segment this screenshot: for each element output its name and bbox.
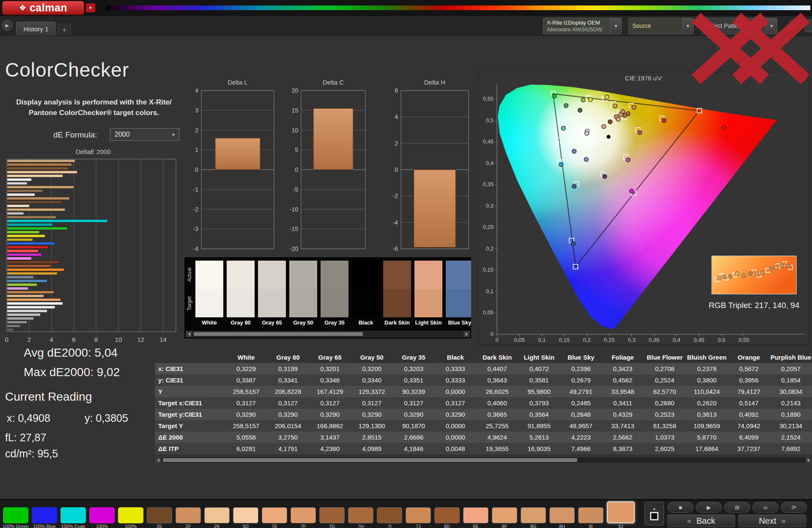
back-button[interactable]: « Back <box>667 514 735 527</box>
calman-logo[interactable]: ❖ calman <box>2 1 84 15</box>
scroll-left-icon[interactable] <box>186 331 192 337</box>
chip-color[interactable] <box>204 507 230 523</box>
chip-color[interactable] <box>118 507 143 523</box>
stop-button[interactable]: ■ <box>667 502 694 513</box>
chip-label: 100% Green <box>3 524 29 528</box>
swatch-scrollbar[interactable] <box>186 331 470 337</box>
svg-text:0,1: 0,1 <box>538 337 546 343</box>
pattern-chip[interactable]: 7I <box>376 507 403 528</box>
pattern-chip[interactable]: 7G <box>319 507 345 528</box>
pattern-chip[interactable]: 7J <box>405 507 431 528</box>
meter-dropdown[interactable]: X-Rite i1Display OEM Alienware AW3425DW … <box>543 18 622 34</box>
table-cell: 0,2708 <box>644 363 686 374</box>
pattern-chip[interactable]: 8D <box>434 507 460 528</box>
deltae-chart-title: DeltaE 2000 <box>8 148 178 155</box>
chip-color[interactable] <box>607 501 635 523</box>
pattern-chip[interactable]: 100% Yellow <box>118 507 144 528</box>
deltae-bar <box>7 234 45 237</box>
scroll-right-icon[interactable] <box>464 331 469 337</box>
table-cell: 2,8515 <box>351 432 393 443</box>
pattern-chip[interactable]: 100% Green <box>3 507 29 528</box>
delta-h-title: Delta H <box>386 79 472 87</box>
pattern-chip[interactable]: 2E <box>146 507 173 528</box>
cie-measured-point <box>608 120 612 124</box>
chip-color[interactable] <box>463 507 488 523</box>
pattern-chip[interactable]: 2K <box>204 507 230 528</box>
inset-measured-point <box>735 272 739 275</box>
de-formula-select[interactable]: 2000 ▼ <box>110 128 179 141</box>
chip-color[interactable] <box>578 507 604 523</box>
colorchecker-swatch: Gray 50 <box>289 261 317 326</box>
cie-measured-point <box>626 158 630 162</box>
refresh-measure-button[interactable]: ⟳ <box>781 502 807 513</box>
chip-color[interactable] <box>60 507 86 523</box>
table-cell: 0,0000 <box>435 420 477 432</box>
chip-color[interactable] <box>319 507 345 523</box>
chip-color[interactable] <box>521 507 546 523</box>
chip-label: 7H <box>358 524 364 528</box>
play-icon: ▶ <box>5 23 9 28</box>
pattern-chip[interactable]: 8F <box>491 507 518 528</box>
chip-color[interactable] <box>377 507 402 523</box>
deltae-bar <box>7 261 60 263</box>
main-menu-button[interactable]: ▼ <box>86 3 95 12</box>
tab-scroll-button[interactable]: ▶ <box>2 20 13 31</box>
pattern-window-button[interactable]: ▲ <box>645 502 664 525</box>
chip-color[interactable] <box>549 507 575 523</box>
source-dropdown[interactable]: Source ▼ <box>628 18 694 34</box>
edge-button[interactable] <box>804 19 812 32</box>
continuous-button[interactable]: ∞ <box>752 502 779 513</box>
column-header: Dark Skin <box>476 351 518 363</box>
source-label: Source <box>632 19 679 32</box>
chip-color[interactable] <box>434 507 460 523</box>
chip-color[interactable] <box>233 507 258 523</box>
table-cell: 1,0373 <box>644 432 686 443</box>
refresh-button[interactable]: ⟳ <box>788 19 801 32</box>
pattern-chip[interactable]: 7F <box>290 507 316 528</box>
pattern-chip[interactable]: 7H <box>348 507 374 528</box>
scroll-right-icon[interactable] <box>806 457 812 463</box>
pattern-chip[interactable]: 100% Cyan <box>60 507 86 528</box>
column-header: Blue Sky <box>560 351 602 363</box>
play-button[interactable]: ▶ <box>696 502 722 513</box>
chip-color[interactable] <box>348 507 373 523</box>
table-cell: 30,0834 <box>770 386 812 397</box>
chip-color[interactable] <box>262 507 287 523</box>
tab-history-1[interactable]: History 1 <box>16 22 56 36</box>
chip-color[interactable] <box>147 507 172 523</box>
table-cell: 0,3229 <box>225 363 267 374</box>
chip-color[interactable] <box>32 507 57 523</box>
colorchecker-swatch: Black <box>352 261 380 326</box>
pattern-chip[interactable]: 100% Magenta <box>89 507 115 528</box>
column-header: White <box>225 351 267 363</box>
deltae-bar <box>7 310 47 312</box>
pattern-chip[interactable]: 8J <box>606 501 635 528</box>
chip-color[interactable] <box>291 507 316 523</box>
pattern-chip[interactable]: 100% Blue <box>31 507 58 528</box>
corner-cell <box>155 351 225 363</box>
scrollbar-thumb[interactable] <box>194 332 363 336</box>
pattern-chip[interactable]: 8E <box>463 507 489 528</box>
pattern-source-dropdown[interactable]: Select Pattern ▼ <box>702 18 777 34</box>
deltae-bar <box>7 276 34 278</box>
pattern-chip[interactable]: 8G <box>520 507 546 528</box>
table-row: Target x:CIE310,31270,31270,31270,31270,… <box>155 397 812 409</box>
pattern-button[interactable]: ⊞ <box>724 502 750 513</box>
chip-color[interactable] <box>3 507 28 523</box>
chip-color[interactable] <box>492 507 517 523</box>
chip-color[interactable] <box>89 507 115 523</box>
chip-color[interactable] <box>176 507 201 523</box>
table-scrollbar[interactable] <box>155 457 812 463</box>
pattern-chip[interactable]: 5D <box>233 507 259 528</box>
table-cell: 2,1524 <box>770 432 812 443</box>
add-tab-button[interactable]: + <box>58 24 71 36</box>
pattern-chip[interactable]: 8H <box>549 507 575 528</box>
pattern-chip[interactable]: 2F <box>175 507 201 528</box>
pattern-chip[interactable]: 8I <box>578 507 604 528</box>
scroll-left-icon[interactable] <box>155 457 161 463</box>
scrollbar-thumb[interactable] <box>163 458 577 462</box>
next-button[interactable]: Next » <box>738 514 806 527</box>
pattern-chip[interactable]: 7E <box>261 507 288 528</box>
chip-color[interactable] <box>406 507 431 523</box>
deltae-bar <box>7 298 61 301</box>
